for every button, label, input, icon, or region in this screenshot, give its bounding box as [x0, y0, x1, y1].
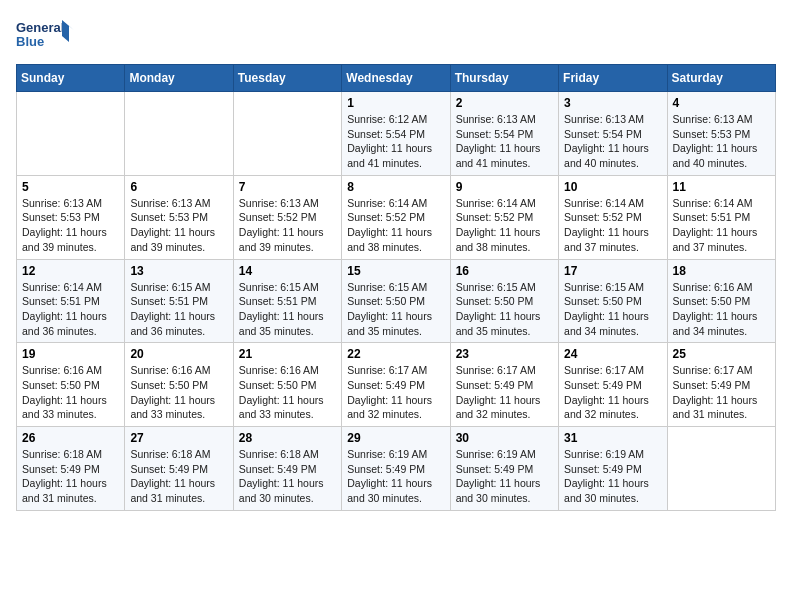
calendar-cell: 28Sunrise: 6:18 AM Sunset: 5:49 PM Dayli…	[233, 427, 341, 511]
calendar-cell: 16Sunrise: 6:15 AM Sunset: 5:50 PM Dayli…	[450, 259, 558, 343]
day-number: 15	[347, 264, 444, 278]
day-number: 21	[239, 347, 336, 361]
calendar-week-5: 26Sunrise: 6:18 AM Sunset: 5:49 PM Dayli…	[17, 427, 776, 511]
weekday-header-friday: Friday	[559, 65, 667, 92]
day-info: Sunrise: 6:16 AM Sunset: 5:50 PM Dayligh…	[22, 363, 119, 422]
calendar-cell: 10Sunrise: 6:14 AM Sunset: 5:52 PM Dayli…	[559, 175, 667, 259]
calendar-cell: 7Sunrise: 6:13 AM Sunset: 5:52 PM Daylig…	[233, 175, 341, 259]
calendar-cell	[667, 427, 775, 511]
day-info: Sunrise: 6:14 AM Sunset: 5:52 PM Dayligh…	[564, 196, 661, 255]
day-info: Sunrise: 6:13 AM Sunset: 5:54 PM Dayligh…	[456, 112, 553, 171]
day-number: 31	[564, 431, 661, 445]
day-info: Sunrise: 6:14 AM Sunset: 5:51 PM Dayligh…	[22, 280, 119, 339]
weekday-header-saturday: Saturday	[667, 65, 775, 92]
day-number: 4	[673, 96, 770, 110]
day-number: 23	[456, 347, 553, 361]
day-number: 27	[130, 431, 227, 445]
calendar-cell: 19Sunrise: 6:16 AM Sunset: 5:50 PM Dayli…	[17, 343, 125, 427]
day-number: 3	[564, 96, 661, 110]
logo-svg: GeneralBlue	[16, 16, 76, 56]
calendar-cell	[233, 92, 341, 176]
logo: GeneralBlue	[16, 16, 76, 56]
calendar-cell: 2Sunrise: 6:13 AM Sunset: 5:54 PM Daylig…	[450, 92, 558, 176]
day-info: Sunrise: 6:13 AM Sunset: 5:53 PM Dayligh…	[673, 112, 770, 171]
day-number: 6	[130, 180, 227, 194]
day-info: Sunrise: 6:17 AM Sunset: 5:49 PM Dayligh…	[347, 363, 444, 422]
calendar-cell: 27Sunrise: 6:18 AM Sunset: 5:49 PM Dayli…	[125, 427, 233, 511]
day-info: Sunrise: 6:14 AM Sunset: 5:52 PM Dayligh…	[456, 196, 553, 255]
calendar-cell: 23Sunrise: 6:17 AM Sunset: 5:49 PM Dayli…	[450, 343, 558, 427]
page-header: GeneralBlue	[16, 16, 776, 56]
calendar-cell: 5Sunrise: 6:13 AM Sunset: 5:53 PM Daylig…	[17, 175, 125, 259]
calendar-cell: 25Sunrise: 6:17 AM Sunset: 5:49 PM Dayli…	[667, 343, 775, 427]
calendar-cell: 6Sunrise: 6:13 AM Sunset: 5:53 PM Daylig…	[125, 175, 233, 259]
day-info: Sunrise: 6:15 AM Sunset: 5:50 PM Dayligh…	[347, 280, 444, 339]
calendar-cell: 9Sunrise: 6:14 AM Sunset: 5:52 PM Daylig…	[450, 175, 558, 259]
day-info: Sunrise: 6:14 AM Sunset: 5:51 PM Dayligh…	[673, 196, 770, 255]
calendar-week-2: 5Sunrise: 6:13 AM Sunset: 5:53 PM Daylig…	[17, 175, 776, 259]
calendar-cell: 14Sunrise: 6:15 AM Sunset: 5:51 PM Dayli…	[233, 259, 341, 343]
day-info: Sunrise: 6:13 AM Sunset: 5:53 PM Dayligh…	[130, 196, 227, 255]
day-number: 5	[22, 180, 119, 194]
weekday-header-wednesday: Wednesday	[342, 65, 450, 92]
calendar-cell: 21Sunrise: 6:16 AM Sunset: 5:50 PM Dayli…	[233, 343, 341, 427]
day-number: 24	[564, 347, 661, 361]
day-number: 29	[347, 431, 444, 445]
day-info: Sunrise: 6:16 AM Sunset: 5:50 PM Dayligh…	[239, 363, 336, 422]
calendar-cell: 3Sunrise: 6:13 AM Sunset: 5:54 PM Daylig…	[559, 92, 667, 176]
calendar-cell: 1Sunrise: 6:12 AM Sunset: 5:54 PM Daylig…	[342, 92, 450, 176]
day-info: Sunrise: 6:19 AM Sunset: 5:49 PM Dayligh…	[347, 447, 444, 506]
calendar-cell: 4Sunrise: 6:13 AM Sunset: 5:53 PM Daylig…	[667, 92, 775, 176]
day-number: 22	[347, 347, 444, 361]
day-info: Sunrise: 6:17 AM Sunset: 5:49 PM Dayligh…	[564, 363, 661, 422]
svg-marker-2	[62, 20, 74, 42]
calendar-week-1: 1Sunrise: 6:12 AM Sunset: 5:54 PM Daylig…	[17, 92, 776, 176]
day-info: Sunrise: 6:15 AM Sunset: 5:50 PM Dayligh…	[564, 280, 661, 339]
day-number: 7	[239, 180, 336, 194]
day-number: 1	[347, 96, 444, 110]
calendar-week-3: 12Sunrise: 6:14 AM Sunset: 5:51 PM Dayli…	[17, 259, 776, 343]
day-number: 18	[673, 264, 770, 278]
day-info: Sunrise: 6:13 AM Sunset: 5:53 PM Dayligh…	[22, 196, 119, 255]
day-info: Sunrise: 6:17 AM Sunset: 5:49 PM Dayligh…	[456, 363, 553, 422]
weekday-header-tuesday: Tuesday	[233, 65, 341, 92]
day-info: Sunrise: 6:16 AM Sunset: 5:50 PM Dayligh…	[673, 280, 770, 339]
calendar-cell: 30Sunrise: 6:19 AM Sunset: 5:49 PM Dayli…	[450, 427, 558, 511]
calendar-cell	[125, 92, 233, 176]
svg-text:Blue: Blue	[16, 34, 44, 49]
day-number: 26	[22, 431, 119, 445]
day-info: Sunrise: 6:16 AM Sunset: 5:50 PM Dayligh…	[130, 363, 227, 422]
calendar-cell: 15Sunrise: 6:15 AM Sunset: 5:50 PM Dayli…	[342, 259, 450, 343]
day-info: Sunrise: 6:14 AM Sunset: 5:52 PM Dayligh…	[347, 196, 444, 255]
day-info: Sunrise: 6:13 AM Sunset: 5:54 PM Dayligh…	[564, 112, 661, 171]
calendar-cell: 18Sunrise: 6:16 AM Sunset: 5:50 PM Dayli…	[667, 259, 775, 343]
weekday-header-row: SundayMondayTuesdayWednesdayThursdayFrid…	[17, 65, 776, 92]
day-number: 16	[456, 264, 553, 278]
day-number: 9	[456, 180, 553, 194]
calendar-cell: 13Sunrise: 6:15 AM Sunset: 5:51 PM Dayli…	[125, 259, 233, 343]
weekday-header-sunday: Sunday	[17, 65, 125, 92]
calendar-cell	[17, 92, 125, 176]
calendar-cell: 24Sunrise: 6:17 AM Sunset: 5:49 PM Dayli…	[559, 343, 667, 427]
day-info: Sunrise: 6:18 AM Sunset: 5:49 PM Dayligh…	[130, 447, 227, 506]
day-info: Sunrise: 6:18 AM Sunset: 5:49 PM Dayligh…	[22, 447, 119, 506]
day-number: 13	[130, 264, 227, 278]
day-info: Sunrise: 6:19 AM Sunset: 5:49 PM Dayligh…	[456, 447, 553, 506]
day-info: Sunrise: 6:13 AM Sunset: 5:52 PM Dayligh…	[239, 196, 336, 255]
calendar-week-4: 19Sunrise: 6:16 AM Sunset: 5:50 PM Dayli…	[17, 343, 776, 427]
calendar-cell: 31Sunrise: 6:19 AM Sunset: 5:49 PM Dayli…	[559, 427, 667, 511]
day-info: Sunrise: 6:15 AM Sunset: 5:51 PM Dayligh…	[239, 280, 336, 339]
calendar-cell: 8Sunrise: 6:14 AM Sunset: 5:52 PM Daylig…	[342, 175, 450, 259]
day-number: 19	[22, 347, 119, 361]
calendar-cell: 20Sunrise: 6:16 AM Sunset: 5:50 PM Dayli…	[125, 343, 233, 427]
day-number: 10	[564, 180, 661, 194]
day-number: 30	[456, 431, 553, 445]
day-info: Sunrise: 6:12 AM Sunset: 5:54 PM Dayligh…	[347, 112, 444, 171]
day-number: 11	[673, 180, 770, 194]
day-info: Sunrise: 6:18 AM Sunset: 5:49 PM Dayligh…	[239, 447, 336, 506]
calendar-cell: 17Sunrise: 6:15 AM Sunset: 5:50 PM Dayli…	[559, 259, 667, 343]
day-number: 12	[22, 264, 119, 278]
day-number: 2	[456, 96, 553, 110]
day-info: Sunrise: 6:19 AM Sunset: 5:49 PM Dayligh…	[564, 447, 661, 506]
day-number: 14	[239, 264, 336, 278]
